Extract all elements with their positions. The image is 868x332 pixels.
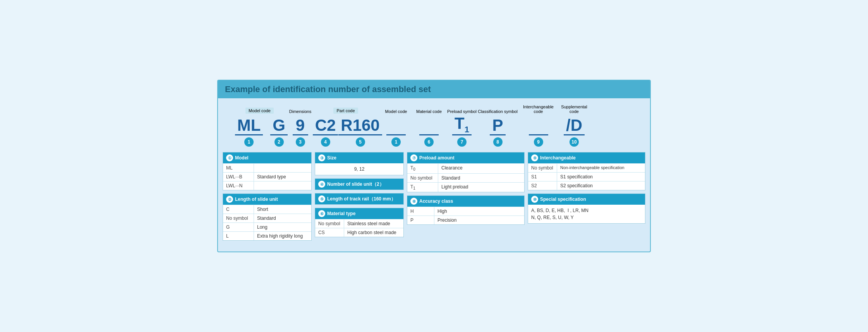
table-row: P Precision [407,216,524,224]
badge-1: 1 [244,137,254,147]
label-interchangeable-code: Interchangeable code [518,104,559,114]
badge-3: 3 [296,137,305,147]
label-material-code: Material code [416,109,442,114]
table-slide-length-header: ② Length of slide unit [223,194,311,205]
cell-h-key: H [407,207,434,216]
right-col-1: ⑦ Preload amount T0 Clearance No symbol … [407,152,525,241]
table-row: L Extra high rigidity long [223,231,311,240]
circle-9: ⑨ [531,154,538,161]
code-value-p: P [490,116,505,135]
circle-7: ⑦ [410,154,417,161]
table-size: ③ Size 9, 12 [315,152,404,175]
cell-nosym3-val: Standard [438,174,524,182]
table-preload-title: Preload amount [419,155,455,161]
table-row: No symbol Standard [223,214,311,222]
label-model-code-1: Model code [245,108,274,114]
code-item-ml: ML 1 [230,116,268,147]
label-supplemental-code: Supplemental code [559,104,590,114]
cell-nosym4-val: Non-interchangeable specification [557,164,645,172]
table-row: CS High carbon steel made [315,228,403,237]
code-item-blank6: 6 [412,116,446,147]
code-value-9: 9 [293,116,308,135]
table-special-header: ⑩ Special specification [528,194,645,205]
table-slide-unit: ④ Number of slide unit（2） [315,178,404,190]
table-track-length: ⑤ Length of track rail（160 mm） [315,193,404,205]
cell-lwln-val [254,181,311,190]
code-value-g: G [270,116,288,135]
cell-g-key: G [223,223,254,231]
circle-2: ② [226,196,233,203]
table-row: G Long [223,222,311,231]
title-bar: Example of identification number of asse… [218,80,650,98]
code-item-g: G 2 [268,116,290,147]
cell-g-val: Long [254,223,311,231]
cell-c-key: C [223,205,254,214]
code-value-c2: C2 [313,116,338,135]
table-preload-header: ⑦ Preload amount [407,152,524,163]
table-accuracy-header: ⑧ Accuracy class [407,196,524,207]
table-row: S1 S1 specification [528,172,645,181]
code-value-blank1 [386,116,406,135]
table-size-title: Size [327,155,336,161]
page-title: Example of identification number of asse… [225,84,643,94]
code-diagram: Model code Dimensions Part code Model co… [218,98,650,149]
table-row: ML [223,163,311,172]
circle-8: ⑧ [410,198,417,205]
cell-t0-val: Clearance [438,164,524,173]
table-interchangeable-title: Interchangeable [540,155,576,161]
label-model-code-2: Model code [385,109,407,114]
circle-3: ③ [318,154,325,161]
right-col-2: ⑨ Interchangeable No symbol Non-intercha… [528,152,645,241]
code-value-d: /D [564,116,585,135]
badge-7: 7 [457,137,467,147]
label-part-code: Part code [333,108,358,114]
table-row: No symbol Stainless steel made [315,219,403,228]
table-row: H High [407,207,524,216]
cell-t1-val: Light preload [438,183,524,192]
table-row: LWL···N [223,181,311,190]
code-item-blank1: 1 [381,116,412,147]
special-value: A, BS, D, E, HB, I , LR, MNN, Q, RE, S, … [528,205,645,223]
table-material-header: ⑥ Material type [315,208,403,219]
cell-l-val: Extra high rigidity long [254,232,311,240]
table-row: S2 S2 specification [528,181,645,190]
table-row: T0 Clearance [407,163,524,173]
table-special-title: Special specification [540,197,586,202]
cell-nosym-val: Standard [254,214,311,222]
cell-lwln-key: LWL···N [223,181,254,190]
table-track-length-title: Length of track rail（160 mm） [327,196,396,202]
table-model: ① Model ML LWL···B Standard type LWL···N [223,152,312,190]
cell-p-key: P [407,216,434,224]
main-container: Example of identification number of asse… [217,80,651,253]
table-interchangeable: ⑨ Interchangeable No symbol Non-intercha… [528,152,645,190]
circle-4: ④ [318,181,325,188]
cell-nosym2-key: No symbol [315,219,344,228]
label-classification-symbol: Classification symbol [478,109,518,114]
cell-s1-val: S1 specification [557,173,645,181]
badge-9: 9 [534,137,543,147]
code-value-r160: R160 [338,116,382,135]
table-material-title: Material type [327,211,355,216]
table-interchangeable-header: ⑨ Interchangeable [528,152,645,163]
code-value-t1: T1 [452,115,472,136]
table-row: No symbol Non-interchangeable specificat… [528,163,645,172]
table-special: ⑩ Special specification A, BS, D, E, HB,… [528,193,645,224]
mid-column: ③ Size 9, 12 ④ Number of slide unit（2） ⑤… [315,152,404,241]
cell-s1-key: S1 [528,173,557,181]
code-item-r160: R160 5 [340,116,381,147]
size-value: 9, 12 [315,163,403,175]
badge-2: 2 [274,137,284,147]
circle-6: ⑥ [318,210,325,217]
code-item-p: P 8 [477,116,518,147]
code-item-t1: T1 7 [446,115,477,147]
table-model-header: ① Model [223,152,311,163]
table-row: C Short [223,205,311,214]
circle-10: ⑩ [531,196,538,203]
badge-5: 5 [356,137,365,147]
code-item-c2: C2 4 [311,116,340,147]
table-model-title: Model [235,155,249,161]
badge-4: 4 [321,137,330,147]
cell-lwlb-val: Standard type [254,173,311,181]
table-slide-unit-title: Number of slide unit（2） [327,181,384,188]
circle-5: ⑤ [318,195,325,202]
